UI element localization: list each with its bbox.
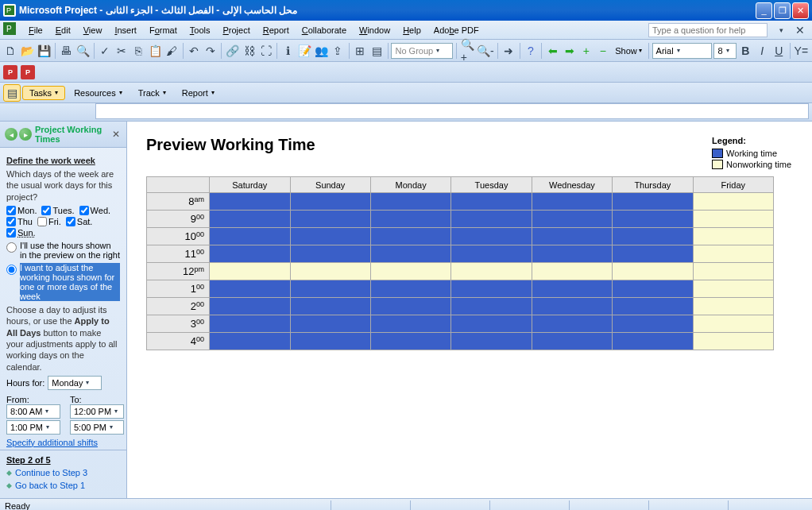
outdent-icon[interactable]: ⬅ xyxy=(545,42,560,60)
from-time-1[interactable]: 8:00 AM▾ xyxy=(6,404,60,419)
time-slot xyxy=(693,280,773,298)
menu-app-icon[interactable]: P xyxy=(3,22,19,38)
guide-toggle-icon[interactable]: ▤ xyxy=(3,84,21,102)
print-preview-icon[interactable]: 🔍 xyxy=(75,42,91,60)
time-slot xyxy=(613,298,693,315)
menu-insert[interactable]: Insert xyxy=(108,24,143,37)
new-icon[interactable]: 🗋 xyxy=(3,42,18,60)
cut-icon[interactable]: ✂ xyxy=(114,42,130,60)
unlink-icon[interactable]: ⛓ xyxy=(242,42,257,60)
menu-window[interactable]: Window xyxy=(353,24,396,37)
sidebar-choose-text: Choose a day to adjust its hours, or use… xyxy=(6,304,120,373)
standard-toolbar: 🗋 📂 💾 🖶 🔍 ✓ ✂ ⎘ 📋 🖌 ↶ ↷ 🔗 ⛓ ⛶ ℹ 📝 👥 ⇪ ⊞ … xyxy=(0,40,812,62)
time-slot xyxy=(370,211,450,228)
redo-icon[interactable]: ↷ xyxy=(203,42,218,60)
continue-step-link[interactable]: ◆Continue to Step 3 xyxy=(6,468,120,477)
zoom-in-icon[interactable]: 🔍+ xyxy=(460,42,475,60)
menu-dropdown-icon[interactable]: ▾ xyxy=(772,21,790,39)
to-time-2[interactable]: 5:00 PM▾ xyxy=(70,420,124,435)
radio-adjust-hours[interactable] xyxy=(6,265,17,275)
italic-icon[interactable]: I xyxy=(755,42,770,60)
day-check-wed[interactable]: Wed. xyxy=(79,206,110,215)
menu-project[interactable]: Project xyxy=(216,24,256,37)
time-slot xyxy=(613,245,693,263)
hours-for-dropdown[interactable]: Monday▾ xyxy=(48,376,102,390)
zoom-out-icon[interactable]: 🔍- xyxy=(477,42,494,60)
entry-bar[interactable] xyxy=(95,103,809,119)
report-view-button[interactable]: Report▾ xyxy=(175,86,222,100)
sidebar-forward-icon[interactable]: ▸ xyxy=(19,128,32,141)
back-step-link[interactable]: ◆Go back to Step 1 xyxy=(6,481,120,490)
open-icon[interactable]: 📂 xyxy=(20,42,35,60)
menu-view[interactable]: View xyxy=(77,24,109,37)
day-check-fri[interactable]: Fri. xyxy=(37,217,61,226)
menu-report[interactable]: Report xyxy=(257,24,296,37)
menu-format[interactable]: Format xyxy=(143,24,184,37)
status-text: Ready xyxy=(5,501,30,511)
undo-icon[interactable]: ↶ xyxy=(186,42,201,60)
time-slot xyxy=(451,298,532,315)
goto-icon[interactable]: ➜ xyxy=(501,42,516,60)
menu-file[interactable]: File xyxy=(22,24,49,37)
show-plus-icon[interactable]: + xyxy=(578,42,594,60)
show-minus-icon[interactable]: − xyxy=(595,42,610,60)
track-view-button[interactable]: Track▾ xyxy=(131,86,173,100)
menu-tools[interactable]: Tools xyxy=(184,24,217,37)
help-icon[interactable]: ? xyxy=(524,42,539,60)
day-check-tues[interactable]: Tues. xyxy=(41,206,74,215)
time-slot xyxy=(210,280,290,298)
day-check-sun[interactable]: Sun. xyxy=(6,228,36,238)
time-slot xyxy=(370,193,450,211)
print-icon[interactable]: 🖶 xyxy=(59,42,74,60)
maximize-button[interactable]: ❐ xyxy=(774,2,791,19)
format-painter-icon[interactable]: 🖌 xyxy=(164,42,180,60)
from-time-2[interactable]: 1:00 PM▾ xyxy=(6,420,60,435)
link-icon[interactable]: 🔗 xyxy=(225,42,240,60)
paste-icon[interactable]: 📋 xyxy=(148,42,163,60)
time-slot xyxy=(210,245,290,263)
copy-icon[interactable]: ⎘ xyxy=(131,42,146,60)
save-icon[interactable]: 💾 xyxy=(37,42,52,60)
svg-text:P: P xyxy=(6,25,12,33)
day-check-mon[interactable]: Mon. xyxy=(6,206,37,215)
pdf-mail-icon[interactable]: P xyxy=(21,65,35,79)
indent-icon[interactable]: ➡ xyxy=(562,42,577,60)
font-size-dropdown[interactable]: 8▾ xyxy=(713,43,736,59)
time-slot xyxy=(210,193,290,211)
minimize-button[interactable]: _ xyxy=(756,2,772,19)
help-search-input[interactable] xyxy=(648,23,768,37)
assign-icon[interactable]: 👥 xyxy=(314,42,329,60)
pdf-convert-icon[interactable]: P xyxy=(3,65,17,79)
radio-use-preview[interactable] xyxy=(6,242,17,253)
menu-collaborate[interactable]: Collaborate xyxy=(296,24,353,37)
autofilter-icon[interactable]: ▤ xyxy=(369,42,385,60)
show-button[interactable]: Show▾ xyxy=(612,42,645,60)
notes-icon[interactable]: 📝 xyxy=(297,42,312,60)
filter-icon[interactable]: Y= xyxy=(794,42,810,60)
day-check-thu[interactable]: Thu xyxy=(6,217,33,226)
specify-shifts-link[interactable]: Specify additional shifts xyxy=(6,438,120,447)
font-name-dropdown[interactable]: Arial▾ xyxy=(652,43,713,59)
resources-view-button[interactable]: Resources▾ xyxy=(67,86,130,100)
time-slot xyxy=(210,211,290,228)
day-check-sat[interactable]: Sat. xyxy=(66,217,93,226)
split-icon[interactable]: ⛶ xyxy=(258,42,273,60)
bold-icon[interactable]: B xyxy=(738,42,753,60)
menu-adobe-pdf[interactable]: Adobe PDF xyxy=(427,24,485,37)
group-dropdown[interactable]: No Group▾ xyxy=(391,43,453,59)
group-icon[interactable]: ⊞ xyxy=(353,42,368,60)
time-slot xyxy=(532,298,612,315)
menu-edit[interactable]: Edit xyxy=(49,24,77,37)
sidebar-close-icon[interactable]: ✕ xyxy=(110,129,122,140)
publish-icon[interactable]: ⇪ xyxy=(331,42,346,60)
close-button[interactable]: ✕ xyxy=(792,2,809,19)
to-time-1[interactable]: 12:00 PM▾ xyxy=(70,404,124,419)
time-slot xyxy=(532,263,612,280)
sidebar-back-icon[interactable]: ◂ xyxy=(5,128,17,141)
underline-icon[interactable]: U xyxy=(771,42,787,60)
spelling-icon[interactable]: ✓ xyxy=(98,42,113,60)
menu-help[interactable]: Help xyxy=(396,24,427,37)
info-icon[interactable]: ℹ xyxy=(280,42,296,60)
tasks-view-button[interactable]: Tasks▾ xyxy=(22,86,65,100)
mdi-close-icon[interactable]: ✕ xyxy=(791,21,809,39)
